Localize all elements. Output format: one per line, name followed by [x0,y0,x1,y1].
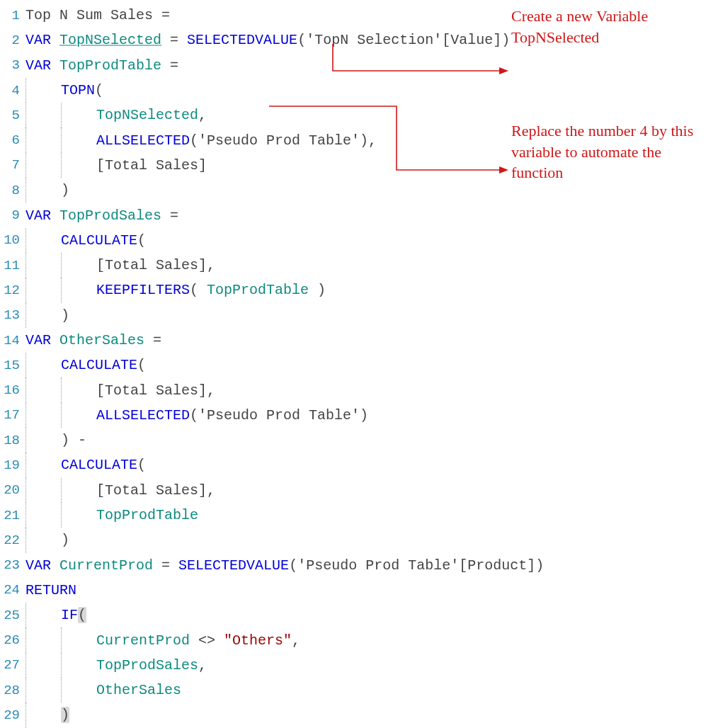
code-line[interactable]: 13 ) [0,303,718,328]
indent-guide [25,627,61,652]
code-line[interactable]: 11 [Total Sales], [0,253,718,278]
identifier: OtherSales [59,332,144,348]
paren-open: ( [95,82,103,98]
code-line[interactable]: 24 RETURN [0,578,718,603]
measure-ref: [Total Sales] [96,482,207,499]
measure-ref: [Total Sales] [96,157,207,174]
paren-open: ( [297,32,306,48]
paren-close-matched: ) [61,707,69,723]
code-line[interactable]: 25 IF( [0,603,718,627]
line-number: 28 [0,683,25,698]
keyword-var: VAR [25,32,51,48]
code-line[interactable]: 15 CALCULATE( [0,353,718,377]
line-number: 11 [0,258,25,273]
indent-guide [61,653,96,678]
code-line[interactable]: 21 TopProdTable [0,503,718,528]
indent-guide [61,103,96,127]
column-ref: 'TopN Selection'[Value] [306,32,501,48]
operator-minus: - [69,432,86,448]
comma: , [198,107,207,123]
line-number: 26 [0,632,25,648]
operator-eq: = [161,557,178,574]
indent-guide [25,428,61,453]
line-number: 22 [0,533,25,548]
indent-guide [61,278,96,302]
indent-guide [61,503,96,528]
indent-guide [25,653,61,678]
line-number: 8 [0,183,25,198]
code-line[interactable]: 18 ) - [0,428,718,453]
line-number: 21 [0,508,25,523]
indent-guide [61,478,96,503]
line-number: 4 [0,83,25,98]
identifier: TopNSelected [96,107,198,123]
code-editor[interactable]: 1 Top N Sum Sales = 2 VAR TopNSelected =… [0,0,718,728]
code-line[interactable]: 20 [Total Sales], [0,478,718,503]
indent-guide [61,678,96,703]
line-number: 3 [0,57,25,73]
indent-guide [25,403,61,428]
function-calculate: CALCULATE [61,357,137,373]
paren-open: ( [137,357,146,373]
code-line[interactable]: 9 VAR TopProdSales = [0,203,718,227]
code-line[interactable]: 14 VAR OtherSales = [0,328,718,353]
code-line[interactable]: 19 CALCULATE( [0,453,718,477]
indent-guide [61,253,96,278]
indent-guide [25,127,61,152]
code-line[interactable]: 12 KEEPFILTERS( TopProdTable ) [0,278,718,302]
code-line[interactable]: 29 ) [0,703,718,727]
identifier: OtherSales [96,682,181,698]
line-number: 29 [0,707,25,723]
identifier: TopProdTable [207,282,309,298]
code-line[interactable]: 26 CurrentProd <> "Others", [0,627,718,652]
comma: , [207,257,215,273]
indent-guide [61,377,96,402]
line-number: 6 [0,132,25,148]
paren-open: ( [190,282,198,298]
paren-open: ( [289,557,297,574]
operator-eq: = [161,7,170,23]
keyword-var: VAR [25,57,51,74]
indent-guide [25,303,61,328]
code-line[interactable]: 3 VAR TopProdTable = [0,53,718,78]
function-keepfilters: KEEPFILTERS [96,282,190,298]
indent-guide [25,703,61,727]
comma: , [368,132,377,149]
line-number: 19 [0,457,25,473]
operator-neq: <> [190,632,224,649]
indent-guide [25,453,61,477]
code-line[interactable]: 28 OtherSales [0,678,718,703]
paren-open-matched: ( [78,607,86,623]
paren-close: ) [61,307,69,324]
line-number: 7 [0,157,25,173]
indent-guide [25,153,61,178]
function-allselected: ALLSELECTED [96,132,190,149]
keyword-return: RETURN [25,582,76,598]
code-line[interactable]: 22 ) [0,528,718,552]
identifier: TopNSelected [59,32,161,48]
indent-guide [25,377,61,402]
code-line[interactable]: 4 TOPN( [0,78,718,103]
line-number: 20 [0,482,25,498]
line-number: 1 [0,8,25,23]
indent-guide [61,127,96,152]
paren-close: ) [535,557,544,574]
line-number: 15 [0,358,25,373]
indent-guide [25,603,61,627]
comma: , [207,482,215,499]
paren-close: ) [61,182,69,198]
code-line[interactable]: 23 VAR CurrentProd = SELECTEDVALUE('Pseu… [0,553,718,578]
paren-open: ( [137,457,146,473]
keyword-var: VAR [25,557,51,574]
paren-close: ) [360,407,368,423]
line-number: 24 [0,582,25,598]
indent-guide [25,503,61,528]
line-number: 13 [0,307,25,323]
keyword-var: VAR [25,332,51,348]
code-line[interactable]: 17 ALLSELECTED('Pseudo Prod Table') [0,403,718,428]
code-line[interactable]: 10 CALCULATE( [0,228,718,253]
line-number: 2 [0,33,25,48]
indent-guide [25,528,61,552]
code-line[interactable]: 16 [Total Sales], [0,377,718,402]
code-line[interactable]: 27 TopProdSales, [0,653,718,678]
